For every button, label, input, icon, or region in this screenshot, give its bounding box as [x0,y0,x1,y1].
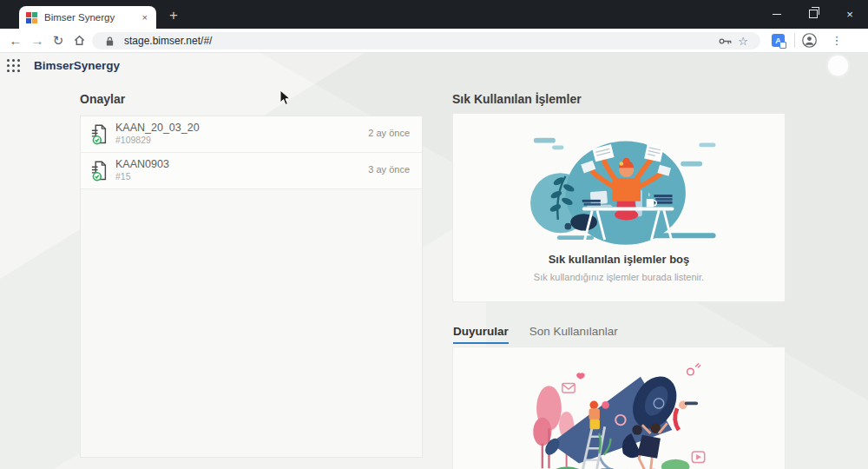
app-grid-icon[interactable] [7,59,20,72]
minimize-button[interactable] [759,0,795,28]
browser-window: Bimser Synergy × + × ← → ↻ stage.bi [0,0,868,469]
approvals-panel: KAAN_20_03_20 #109829 2 ay önce KAAN0903… [80,116,423,458]
home-button[interactable] [69,29,89,52]
browser-titlebar: Bimser Synergy × + × [0,0,868,29]
approved-document-icon [90,160,108,185]
tab-close-icon[interactable]: × [141,11,149,24]
url-text[interactable]: stage.bimser.net/#/ [124,35,717,47]
lock-icon [101,36,118,47]
profile-icon [802,33,817,48]
brand-logo[interactable]: BimserSynergy [34,59,120,72]
address-bar[interactable]: stage.bimser.net/#/ ☆ [92,32,760,50]
minimize-icon [773,14,781,15]
back-button[interactable]: ← [5,29,26,52]
favorites-empty-title: Sık kullanılan işlemler boş [453,253,785,266]
close-icon: × [846,9,853,20]
approval-row[interactable]: KAAN0903 #15 3 ay önce [81,153,422,189]
app-header: BimserSynergy [0,53,868,81]
bimser-favicon-icon [26,12,37,23]
close-button[interactable]: × [832,0,868,28]
approval-time: 3 ay önce [368,164,410,175]
browser-tab[interactable]: Bimser Synergy × [19,6,156,29]
approval-time: 2 ay önce [368,128,410,138]
approval-row[interactable]: KAAN_20_03_20 #109829 2 ay önce [81,116,422,153]
favorites-empty-card: Sık kullanılan işlemler boş Sık kullandı… [452,113,786,302]
right-panel-tabs: Duyurular Son Kullanılanlar [453,325,618,344]
approval-title: KAAN_20_03_20 [115,122,200,134]
synergy-app: BimserSynergy Onaylar KAAN_20_03_20 #109… [0,53,868,469]
restore-icon [809,10,818,18]
favorites-empty-subtitle: Sık kullandığınız işlemler burada listen… [453,272,785,282]
announcements-card [452,347,786,469]
new-tab-button[interactable]: + [164,7,183,24]
approvals-title: Onaylar [80,92,125,106]
mouse-cursor [279,89,291,106]
approval-id: #15 [115,171,131,182]
approved-document-icon [90,123,108,149]
busy-person-illustration [510,126,727,248]
reload-button[interactable]: ↻ [48,29,69,52]
key-icon[interactable] [717,37,734,45]
window-controls: × [759,0,868,28]
user-avatar[interactable] [828,56,848,76]
translate-extension-icon[interactable]: A [772,34,785,47]
bookmark-star-icon[interactable]: ☆ [734,35,752,48]
approval-id: #109829 [115,135,151,145]
tab-son-kullanilanlar[interactable]: Son Kullanılanlar [529,325,618,344]
tab-title: Bimser Synergy [44,12,141,23]
browser-menu-button[interactable]: ⋮ [827,29,846,52]
approval-title: KAAN0903 [115,158,169,170]
profile-button[interactable] [799,29,819,52]
home-icon [73,34,86,47]
forward-button[interactable]: → [27,29,48,52]
toolbar-divider [794,33,795,48]
favorites-title: Sık Kullanılan İşlemler [452,92,582,106]
restore-button[interactable] [795,0,832,28]
browser-toolbar: ← → ↻ stage.bimser.net/#/ ☆ [0,29,868,53]
tab-duyurular[interactable]: Duyurular [453,325,509,344]
megaphone-illustration [519,353,719,469]
